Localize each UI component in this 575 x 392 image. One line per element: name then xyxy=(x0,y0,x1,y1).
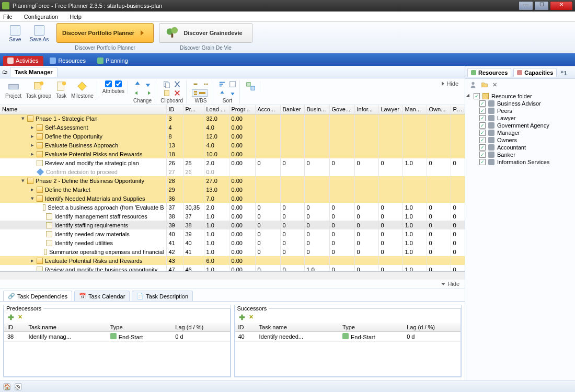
hide-toolbar-link[interactable]: Hide xyxy=(442,80,463,87)
table-row[interactable]: Review and modify the business opportuni… xyxy=(0,265,465,271)
menu-help[interactable]: Help xyxy=(70,14,82,20)
delete-icon[interactable] xyxy=(174,89,181,97)
project-button[interactable]: Project xyxy=(5,80,21,99)
tab-planning[interactable]: Planning xyxy=(93,56,133,66)
resource-checkbox[interactable] xyxy=(479,144,486,151)
save-as-button[interactable]: Save As xyxy=(27,23,51,44)
resource-checkbox[interactable] xyxy=(479,108,486,114)
tab-right-resources[interactable]: Resources xyxy=(467,68,511,77)
discover-portfolio-button[interactable]: Discover Portfolio Planner xyxy=(56,23,154,43)
expander-icon[interactable]: ▾ xyxy=(21,177,25,184)
resource-checkbox[interactable] xyxy=(479,159,486,165)
resource-folder-row[interactable]: Resource folder xyxy=(467,93,573,100)
tab-resources[interactable]: Resources xyxy=(45,56,91,66)
col-task-name[interactable]: Task name xyxy=(256,323,339,332)
expander-icon[interactable]: ▸ xyxy=(30,124,34,131)
column-header[interactable]: Man... xyxy=(402,105,427,114)
resource-checkbox[interactable] xyxy=(479,152,486,158)
expander-icon[interactable]: ▾ xyxy=(30,195,34,202)
table-row[interactable]: ▾Phase 2 - Define the Business Opportuni… xyxy=(0,176,465,185)
predecessor-row[interactable]: 38 Identify manag... End-Start 0 d xyxy=(4,332,230,342)
resource-item[interactable]: Manager xyxy=(467,129,573,136)
table-row[interactable]: Review and modify the strategic plan2625… xyxy=(0,158,465,167)
outdent-icon[interactable] xyxy=(134,89,141,97)
task-manager-tab[interactable]: Task Manager xyxy=(10,67,58,77)
table-row[interactable]: ▸Evaluate Business Approach134.00.00 xyxy=(0,141,465,149)
hide-grid-link[interactable]: Hide xyxy=(0,280,465,289)
task-button[interactable]: Task xyxy=(55,80,67,99)
more-tabs-button[interactable]: »1 xyxy=(559,68,568,76)
column-header[interactable]: Banker xyxy=(280,105,304,114)
maximize-button[interactable]: ☐ xyxy=(534,1,549,10)
table-row[interactable]: ▸Self-Assessment44.00.00 xyxy=(0,123,465,132)
table-row[interactable]: Select a business approach (from 'Evalua… xyxy=(0,203,465,212)
column-header[interactable]: Load ... xyxy=(204,105,229,114)
column-header[interactable]: Pr... xyxy=(183,105,204,114)
resource-item[interactable]: Business Advisor xyxy=(467,100,573,107)
add-successor-icon[interactable] xyxy=(238,314,246,321)
add-predecessor-icon[interactable] xyxy=(7,314,15,321)
minimize-button[interactable]: — xyxy=(519,1,533,10)
folder-checkbox[interactable] xyxy=(474,93,480,99)
table-row[interactable]: Summarize operating expenses and financi… xyxy=(0,247,465,256)
table-row[interactable]: Identify needed utilities41401.00.000000… xyxy=(0,238,465,247)
successor-row[interactable]: 40 Identify needed... End-Start 0 d xyxy=(235,332,461,342)
link-icon[interactable] xyxy=(192,80,199,88)
expander-icon[interactable]: ▸ xyxy=(30,257,34,264)
column-header[interactable]: Own... xyxy=(427,105,451,114)
delete-predecessor-icon[interactable]: ✕ xyxy=(18,314,25,321)
wbs-icon[interactable] xyxy=(192,89,208,97)
menu-file[interactable]: File xyxy=(3,14,13,20)
discover-grainedevie-button[interactable]: Discover Grainedevie xyxy=(159,23,252,43)
expander-icon[interactable]: ▸ xyxy=(30,151,34,157)
target-icon[interactable]: ◎ xyxy=(15,383,22,390)
milestone-button[interactable]: Milestone xyxy=(71,80,94,99)
resource-item[interactable]: Information Services xyxy=(467,158,573,166)
cut-icon[interactable] xyxy=(174,80,181,88)
col-task-name[interactable]: Task name xyxy=(26,323,107,332)
expander-icon[interactable]: ▸ xyxy=(30,133,34,140)
resource-delete-icon[interactable]: ✕ xyxy=(492,82,497,88)
table-row[interactable]: Identify needed raw materials40391.00.00… xyxy=(0,229,465,238)
close-button[interactable]: ✕ xyxy=(550,1,573,10)
resource-checkbox[interactable] xyxy=(479,122,486,129)
copy-icon[interactable] xyxy=(163,80,170,88)
table-row[interactable]: Identify staffing requirements39381.00.0… xyxy=(0,221,465,229)
column-header[interactable]: Infor... xyxy=(354,105,378,114)
ungroup-icon[interactable] xyxy=(245,80,257,92)
column-header[interactable]: Name xyxy=(0,105,166,114)
col-type[interactable]: Type xyxy=(107,323,172,332)
resource-item[interactable]: Government Agency xyxy=(467,122,573,129)
expander-icon[interactable]: ▸ xyxy=(30,142,34,148)
table-row[interactable]: ▸Evaluate Potential Risks and Rewards436… xyxy=(0,256,465,265)
column-header[interactable]: Lawyer xyxy=(378,105,402,114)
col-lag[interactable]: Lag (d / %) xyxy=(404,323,461,332)
table-row[interactable]: ▾Phase 1 - Strategic Plan332.00.00 xyxy=(0,114,465,123)
column-header[interactable]: Progr... xyxy=(229,105,255,114)
tab-task-calendar[interactable]: 📅Task Calendar xyxy=(74,291,130,301)
resource-item[interactable]: Lawyer xyxy=(467,114,573,122)
tab-task-dependencies[interactable]: 🔗Task Dependencies xyxy=(3,291,72,301)
column-header[interactable]: Acco... xyxy=(255,105,280,114)
tab-activities[interactable]: Activities xyxy=(3,56,43,66)
task-group-button[interactable]: Task group xyxy=(26,80,51,99)
table-row[interactable]: ▸Define the Opportunity812.00.00 xyxy=(0,132,465,141)
sort-opt-icon[interactable] xyxy=(229,80,236,88)
save-button[interactable]: Save xyxy=(3,23,27,44)
indent-icon[interactable] xyxy=(144,89,152,97)
column-header[interactable]: Gove... xyxy=(329,105,354,114)
col-id[interactable]: ID xyxy=(235,323,256,332)
resource-checkbox[interactable] xyxy=(479,137,486,143)
col-type[interactable]: Type xyxy=(339,323,404,332)
horizontal-scrollbar[interactable] xyxy=(0,271,465,280)
column-header[interactable]: Busin... xyxy=(304,105,329,114)
table-row[interactable]: ▸Define the Market2913.00.00 xyxy=(0,185,465,194)
arrow-down-icon[interactable] xyxy=(144,80,152,88)
sort-asc-icon[interactable] xyxy=(218,89,226,97)
expander-icon[interactable]: ▸ xyxy=(30,186,34,193)
table-row[interactable]: ▾Identify Needed Materials and Supplies3… xyxy=(0,194,465,203)
resource-item[interactable]: Accountant xyxy=(467,144,573,151)
task-grid-wrapper[interactable]: NameIDPr...Load ...Progr...Acco...Banker… xyxy=(0,105,465,271)
col-id[interactable]: ID xyxy=(4,323,26,332)
table-row[interactable]: ▸Evaluate Potential Risks and Rewards181… xyxy=(0,149,465,158)
